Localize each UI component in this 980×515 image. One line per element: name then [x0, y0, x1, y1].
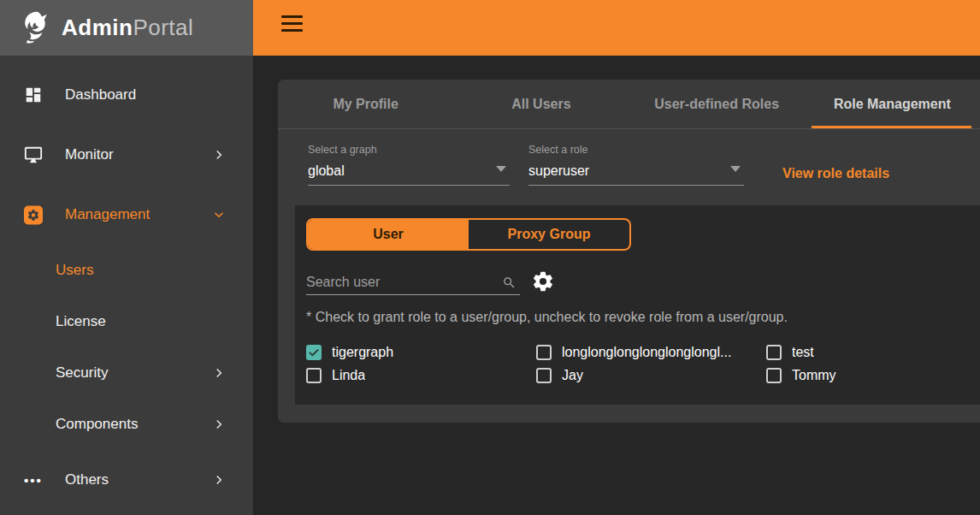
dropdown-arrow-icon: [730, 166, 741, 172]
brand-bold: Admin: [62, 15, 133, 40]
search-row: [306, 269, 520, 299]
sidebar: Dashboard Monitor Management Users Licen…: [0, 56, 253, 515]
logo-band: AdminPortal: [0, 0, 253, 56]
sidebar-item-label: Management: [65, 206, 150, 223]
toggle-user-button[interactable]: User: [308, 220, 469, 249]
checkbox-icon: [306, 345, 322, 360]
hamburger-menu-icon[interactable]: [281, 15, 303, 32]
management-gear-icon: [23, 204, 44, 225]
search-icon: [502, 275, 517, 290]
grant-role-panel: User Proxy Group * Check to grant role t…: [295, 205, 980, 405]
sidebar-item-label: Dashboard: [65, 86, 136, 104]
brand-title: AdminPortal: [62, 15, 193, 41]
user-name: Linda: [332, 368, 365, 383]
dashboard-icon: [23, 85, 44, 105]
sidebar-item-label: Monitor: [65, 146, 114, 163]
sidebar-item-dashboard[interactable]: Dashboard: [0, 80, 253, 110]
checkbox-icon: [766, 368, 782, 383]
brand-light: Portal: [133, 15, 193, 40]
user-name: tigergraph: [332, 345, 393, 360]
sidebar-item-management[interactable]: Management: [0, 200, 253, 229]
sidebar-item-label: License: [56, 313, 106, 330]
chevron-right-icon: [213, 418, 225, 430]
user-name: Tommy: [792, 368, 836, 383]
chevron-right-icon: [213, 149, 225, 161]
user-checkbox-test[interactable]: test: [766, 340, 973, 364]
filter-row: Select a graph global Select a role supe…: [308, 130, 971, 205]
graph-select[interactable]: Select a graph global: [308, 130, 510, 205]
user-checkbox-linda[interactable]: Linda: [306, 364, 536, 387]
role-select[interactable]: Select a role superuser: [528, 130, 744, 205]
tab-role-management[interactable]: Role Management: [805, 80, 980, 128]
user-name: Jay: [562, 368, 583, 383]
sidebar-item-components[interactable]: Components: [0, 410, 253, 439]
tiger-logo-icon: [17, 9, 55, 47]
chevron-down-icon: [213, 209, 225, 221]
top-bar: [253, 0, 980, 56]
view-role-details-link[interactable]: View role details: [782, 166, 889, 205]
role-management-card: My Profile All Users User-defined Roles …: [278, 80, 980, 423]
checkbox-icon: [536, 368, 552, 383]
checkbox-icon: [766, 345, 782, 360]
chevron-right-icon: [213, 367, 225, 379]
main-content: My Profile All Users User-defined Roles …: [253, 56, 980, 515]
ellipsis-icon: •••: [23, 470, 44, 490]
user-name: longlonglonglonglonglongl...: [562, 345, 731, 360]
role-select-value: superuser: [528, 163, 744, 179]
tab-bar: My Profile All Users User-defined Roles …: [278, 80, 980, 129]
sidebar-item-users[interactable]: Users: [0, 256, 253, 285]
graph-select-value: global: [308, 163, 510, 179]
tab-my-profile[interactable]: My Profile: [278, 80, 453, 128]
user-checkbox-jay[interactable]: Jay: [536, 364, 766, 387]
tab-all-users[interactable]: All Users: [453, 80, 629, 128]
graph-select-label: Select a graph: [308, 144, 510, 156]
chevron-right-icon: [213, 474, 225, 486]
select-underline: [308, 185, 510, 186]
toggle-proxy-group-button[interactable]: Proxy Group: [469, 220, 629, 249]
user-checkbox-tommy[interactable]: Tommy: [766, 364, 973, 387]
sidebar-item-label: Users: [56, 262, 93, 279]
search-user-input[interactable]: [306, 269, 520, 295]
search-settings-gear-icon[interactable]: [531, 269, 555, 293]
sidebar-item-license[interactable]: License: [0, 307, 253, 336]
checkbox-icon: [306, 368, 322, 383]
checkbox-icon: [536, 345, 552, 360]
user-checkbox-tigergraph[interactable]: tigergraph: [306, 340, 536, 364]
sidebar-item-monitor[interactable]: Monitor: [0, 140, 253, 169]
dropdown-arrow-icon: [496, 166, 506, 172]
sidebar-item-label: Components: [56, 416, 138, 433]
sidebar-item-security[interactable]: Security: [0, 358, 253, 388]
sidebar-item-label: Security: [56, 364, 108, 382]
user-name: test: [792, 345, 814, 360]
sidebar-item-label: Others: [65, 471, 109, 488]
grant-role-note: * Check to grant role to a user/group, u…: [306, 310, 788, 325]
role-select-label: Select a role: [528, 144, 744, 156]
tab-user-defined-roles[interactable]: User-defined Roles: [629, 80, 805, 128]
admin-portal-app: AdminPortal Dashboard Monitor Management: [0, 0, 980, 515]
monitor-icon: [23, 145, 44, 165]
select-underline: [528, 185, 744, 186]
sidebar-item-others[interactable]: ••• Others: [0, 465, 253, 494]
user-checkbox-grid: tigergraph longlonglonglonglonglongl... …: [306, 340, 973, 387]
user-proxy-toggle: User Proxy Group: [306, 218, 631, 251]
user-checkbox-longname[interactable]: longlonglonglonglonglongl...: [536, 340, 766, 364]
